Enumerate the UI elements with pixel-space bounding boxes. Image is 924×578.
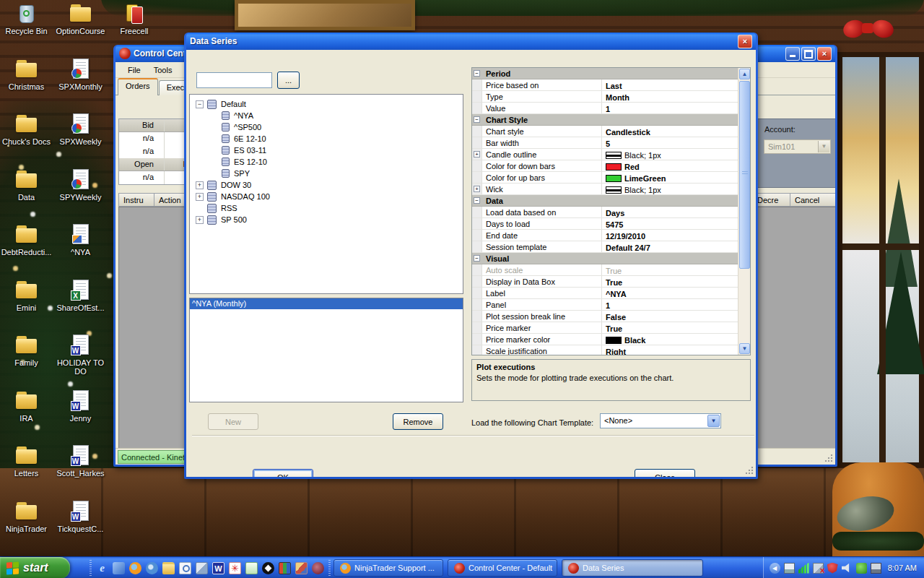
internet-explorer-icon[interactable]: e [96, 562, 108, 574]
resize-grip[interactable] [744, 465, 754, 475]
antivirus-icon[interactable] [856, 563, 867, 574]
applied-series-list[interactable]: ^NYA (Monthly) [189, 298, 463, 402]
signal-strength-icon[interactable] [798, 563, 809, 574]
folder-icon[interactable] [162, 562, 175, 574]
resize-grip[interactable] [824, 453, 834, 463]
collapse-icon[interactable]: − [474, 197, 480, 204]
search-icon[interactable] [179, 562, 191, 574]
taskbar-button-control-center[interactable]: Control Center - Default [448, 559, 557, 577]
remove-button[interactable]: Remove [393, 413, 443, 430]
property-row[interactable]: Value 1 [472, 103, 738, 114]
volume-icon[interactable] [842, 563, 853, 574]
desktop-icon-scott-harkes[interactable]: W Scott_Harkes [54, 445, 107, 501]
desktop-icon-letters[interactable]: Letters [1, 445, 52, 501]
tree-item-nasdaq100[interactable]: + NASDAQ 100 [190, 191, 463, 202]
taskbar-button-ninjatrader-support[interactable]: NinjaTrader Support ... [334, 559, 443, 577]
tree-item-nya[interactable]: ^NYA [190, 110, 463, 121]
property-row[interactable]: + Candle outline Black; 1px [472, 149, 738, 160]
start-button[interactable]: start [0, 557, 70, 578]
column-header-decrease[interactable]: Decre [753, 193, 790, 207]
collapse-icon[interactable]: − [196, 100, 204, 108]
expand-icon[interactable]: + [474, 186, 480, 192]
collapse-icon[interactable]: − [474, 255, 480, 262]
desktop-icon-debtreduction[interactable]: DebtReducti... [1, 224, 52, 280]
expand-icon[interactable]: + [196, 216, 204, 224]
picture-icon[interactable] [295, 562, 308, 574]
desktop-icon-holiday-to-do[interactable]: W HOLIDAY TO DO [54, 335, 107, 390]
scrollbar[interactable]: ▲ ▼ [738, 68, 750, 355]
scroll-up-icon[interactable]: ▲ [739, 69, 750, 79]
property-row[interactable]: Panel 1 [472, 299, 738, 311]
network-icon[interactable] [784, 563, 795, 574]
display-properties-icon[interactable] [196, 562, 208, 574]
instrument-tree[interactable]: − Default ^NYA ^SP500 6E 12-10 ES 03-11 [189, 94, 463, 294]
desktop-icon-shareofest[interactable]: X ShareOfEst... [54, 280, 107, 335]
minimize-button[interactable] [785, 47, 800, 61]
hide-icons-chevron[interactable]: ◀ [770, 563, 780, 574]
tree-item-spy[interactable]: SPY [190, 168, 463, 179]
firefox-icon[interactable] [129, 562, 141, 574]
desktop-icon-nya[interactable]: ^NYA [54, 224, 107, 280]
column-header-cancel[interactable]: Cancel [790, 193, 835, 207]
desktop-icon-chucks-docs[interactable]: Chuck's Docs [1, 113, 52, 169]
tree-item-dow30[interactable]: + DOW 30 [190, 179, 463, 191]
tree-item-es-03-11[interactable]: ES 03-11 [190, 144, 463, 156]
property-row[interactable]: Chart style Candlestick [472, 126, 738, 137]
menu-file[interactable]: File [121, 64, 147, 77]
property-row[interactable]: Scale justification Right [472, 345, 738, 355]
instrument-search-input[interactable] [196, 72, 272, 88]
collapse-icon[interactable]: − [474, 70, 480, 77]
column-header-instrument[interactable]: Instru [118, 193, 154, 207]
list-item-selected[interactable]: ^NYA (Monthly) [190, 298, 463, 309]
desktop-icon-christmas[interactable]: Christmas [1, 59, 52, 114]
desktop-icon-tickquest[interactable]: W TickquestC... [54, 501, 107, 556]
tree-item-es-12-10[interactable]: ES 12-10 [190, 156, 463, 168]
property-row[interactable]: Session template Default 24/7 [472, 241, 738, 253]
desktop-icon-ira[interactable]: IRA [1, 390, 52, 446]
quicken-icon[interactable] [279, 562, 291, 574]
category-visual[interactable]: − Visual [472, 253, 738, 264]
tree-item-default[interactable]: − Default [190, 98, 463, 110]
tree-item-sp500-group[interactable]: + SP 500 [190, 214, 463, 225]
expand-icon[interactable]: + [474, 151, 480, 158]
ninjatrader-icon[interactable] [312, 562, 324, 574]
property-row[interactable]: Load data based on Days [472, 207, 738, 218]
property-row[interactable]: Color for up bars LimeGreen [472, 172, 738, 184]
display-icon[interactable] [871, 563, 881, 574]
security-alert-icon[interactable] [827, 563, 838, 574]
outlook-express-icon[interactable] [113, 562, 125, 574]
property-row[interactable]: Label ^NYA [472, 288, 738, 299]
dialog-titlebar[interactable]: Data Series × [186, 33, 756, 50]
desktop-icon-ninjatrader[interactable]: NinjaTrader [1, 501, 52, 556]
category-data[interactable]: − Data [472, 195, 738, 207]
close-button[interactable]: Close [635, 469, 695, 477]
desktop-icon-recycle-bin[interactable]: Recycle Bin [1, 3, 52, 59]
property-row[interactable]: Price marker color Black [472, 334, 738, 345]
property-row[interactable]: Price marker True [472, 322, 738, 334]
tab-orders[interactable]: Orders [118, 78, 158, 95]
close-button[interactable]: × [817, 47, 832, 61]
taskbar-button-data-series[interactable]: Data Series [562, 559, 703, 577]
close-icon[interactable]: × [738, 35, 752, 48]
scrollbar-thumb[interactable] [739, 81, 750, 269]
property-row[interactable]: Display in Data Box True [472, 276, 738, 288]
clock[interactable]: 8:07 AM [888, 564, 917, 572]
property-row[interactable]: Days to load 5475 [472, 218, 738, 230]
account-select[interactable]: Sim101 ▼ [764, 139, 831, 154]
desktop-icon-jenny[interactable]: W Jenny [54, 390, 107, 446]
collapse-icon[interactable]: − [474, 116, 480, 123]
property-row[interactable]: Bar width 5 [472, 137, 738, 149]
thunderbird-icon[interactable] [146, 562, 158, 574]
desktop-icon-family[interactable]: Family [1, 335, 52, 390]
desktop-icon-spxmonthly[interactable]: SPXMonthly [54, 59, 107, 114]
property-row[interactable]: Color for down bars Red [472, 160, 738, 172]
starburst-icon[interactable]: ✳ [229, 562, 241, 574]
tree-item-rss[interactable]: + RSS [190, 202, 463, 214]
tree-item-6e-12-10[interactable]: 6E 12-10 [190, 133, 463, 144]
tree-item-sp500-index[interactable]: ^SP500 [190, 121, 463, 133]
network-error-icon[interactable] [813, 563, 824, 574]
mail-icon[interactable] [245, 562, 258, 574]
category-chart-style[interactable]: − Chart Style [472, 114, 738, 126]
property-row[interactable]: Price based on Last [472, 79, 738, 91]
desktop-icon-optioncourse[interactable]: OptionCourse [54, 3, 107, 59]
